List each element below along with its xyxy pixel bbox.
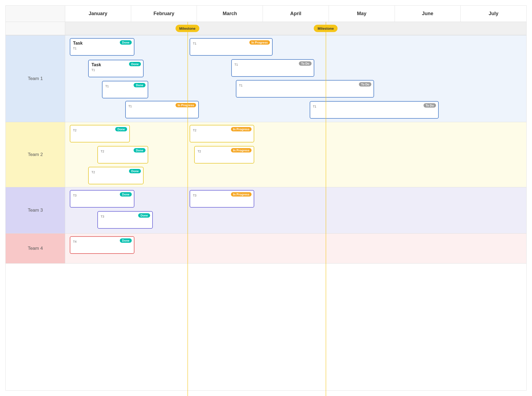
task-label: T1 <box>91 68 140 72</box>
team-label-1: Team 2 <box>6 122 65 187</box>
gantt-container: JanuaryFebruaryMarchAprilMayJuneJuly Mil… <box>5 5 527 391</box>
status-badge-done: Done <box>134 83 146 87</box>
month-cell-july: July <box>461 6 526 22</box>
team-track-0: TaskT1DoneTaskT1DoneT1DoneT1In ProgressT… <box>65 35 526 122</box>
status-badge-to-do: To Do <box>299 61 311 66</box>
task-card-t3-0: T3Done <box>70 190 134 208</box>
milestone-badge-0: Milestone <box>176 25 199 32</box>
month-cell-march: March <box>197 6 263 22</box>
task-card-t1-4: T1In Progress <box>190 38 273 56</box>
task-card-t2-4: T2In Progress <box>194 146 254 164</box>
status-badge-to-do: To Do <box>424 103 436 108</box>
gantt-wrapper: JanuaryFebruaryMarchAprilMayJuneJuly Mil… <box>0 0 532 396</box>
task-label: T1 <box>239 84 371 87</box>
task-card-t1-0: TaskT1Done <box>70 38 134 56</box>
status-badge-done: Done <box>129 62 141 66</box>
status-badge-done: Done <box>120 192 132 197</box>
month-cell-may: May <box>329 6 395 22</box>
task-card-t2-0: T2Done <box>70 125 130 142</box>
team-track-1: T2DoneT2DoneT2DoneT2In ProgressT2In Prog… <box>65 122 526 187</box>
milestone-label-area <box>6 22 65 35</box>
milestone-badge-1: Milestone <box>314 25 338 32</box>
task-card-t1-6: T1To Do <box>236 80 374 98</box>
team-track-3: T4Done <box>65 234 526 263</box>
status-badge-done: Done <box>120 238 132 243</box>
task-card-t4-0: T4Done <box>70 236 134 254</box>
team-row-team-2: Team 2T2DoneT2DoneT2DoneT2In ProgressT2I… <box>6 122 526 187</box>
team-row-team-3: Team 3T3DoneT3DoneT3In Progress <box>6 187 526 234</box>
task-card-t2-3: T2In Progress <box>190 125 254 142</box>
team-rows-container: Team 1TaskT1DoneTaskT1DoneT1DoneT1In Pro… <box>6 35 526 264</box>
milestone-line-1 <box>326 22 326 396</box>
status-badge-done: Done <box>115 127 127 131</box>
milestone-row: MilestoneMilestone <box>6 22 526 35</box>
task-card-t1-5: T1To Do <box>231 59 314 77</box>
task-card-t1-2: T1Done <box>102 81 148 98</box>
status-badge-to-do: To Do <box>359 82 371 86</box>
task-card-t3-1: T3Done <box>97 211 153 229</box>
months-header: JanuaryFebruaryMarchAprilMayJuneJuly <box>65 6 526 22</box>
task-label: T1 <box>73 47 131 50</box>
task-card-t3-2: T3In Progress <box>190 190 254 208</box>
task-card-t2-2: T2Done <box>88 167 144 184</box>
team-row-team-1: Team 1TaskT1DoneTaskT1DoneT1DoneT1In Pro… <box>6 35 526 122</box>
task-label: T1 <box>313 105 435 108</box>
status-badge-in-progress: In Progress <box>249 40 270 45</box>
team-label-header <box>6 6 65 22</box>
month-cell-june: June <box>395 6 461 22</box>
team-label-3: Team 4 <box>6 234 65 263</box>
status-badge-done: Done <box>129 169 141 173</box>
milestone-track: MilestoneMilestone <box>65 22 526 35</box>
month-cell-april: April <box>263 6 329 22</box>
task-card-t1-7: T1To Do <box>310 101 439 119</box>
status-badge-done: Done <box>138 213 150 218</box>
month-cell-january: January <box>65 6 131 22</box>
status-badge-in-progress: In Progress <box>231 148 252 152</box>
milestone-line-0 <box>187 22 188 396</box>
task-card-t2-1: T2Done <box>97 146 148 164</box>
team-row-team-4: Team 4T4Done <box>6 234 526 264</box>
status-badge-in-progress: In Progress <box>231 127 252 131</box>
team-track-2: T3DoneT3DoneT3In Progress <box>65 187 526 233</box>
status-badge-done: Done <box>120 40 132 45</box>
task-card-t1-1: TaskT1Done <box>88 60 144 77</box>
month-cell-february: February <box>131 6 197 22</box>
team-label-2: Team 3 <box>6 187 65 233</box>
status-badge-done: Done <box>134 148 146 152</box>
status-badge-in-progress: In Progress <box>231 192 252 197</box>
team-label-0: Team 1 <box>6 35 65 122</box>
status-badge-in-progress: In Progress <box>176 103 196 107</box>
header-row: JanuaryFebruaryMarchAprilMayJuneJuly <box>6 6 526 22</box>
